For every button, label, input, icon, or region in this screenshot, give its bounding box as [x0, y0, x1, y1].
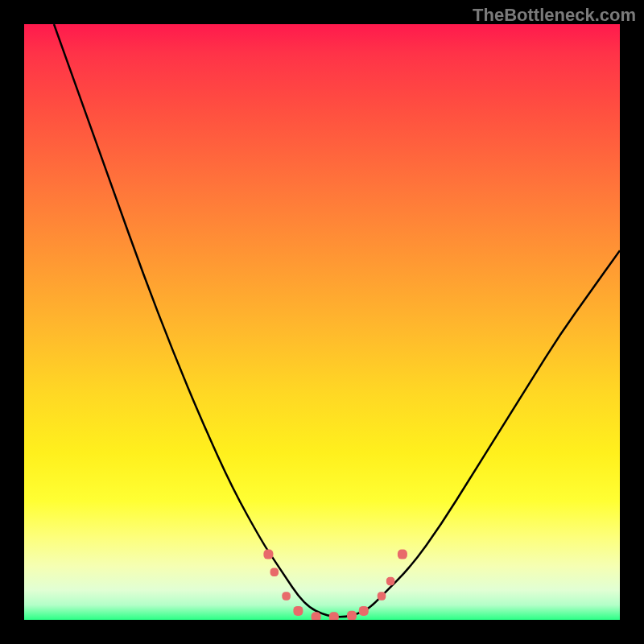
curve-marker: [378, 592, 386, 601]
curve-marker: [270, 568, 279, 577]
curve-path: [54, 24, 620, 617]
watermark-text: TheBottleneck.com: [473, 5, 636, 26]
bottleneck-curve: [54, 24, 620, 617]
chart-svg: [24, 24, 620, 620]
curve-marker: [398, 550, 407, 559]
curve-marker: [263, 550, 273, 559]
plot-area: [24, 24, 620, 620]
curve-marker: [359, 606, 369, 616]
curve-marker: [293, 606, 303, 616]
curve-markers: [263, 550, 407, 620]
curve-marker: [386, 577, 395, 586]
curve-marker: [347, 611, 357, 620]
curve-marker: [312, 612, 321, 620]
curve-marker: [282, 592, 291, 601]
chart-container: TheBottleneck.com: [0, 0, 644, 644]
curve-marker: [329, 612, 339, 620]
